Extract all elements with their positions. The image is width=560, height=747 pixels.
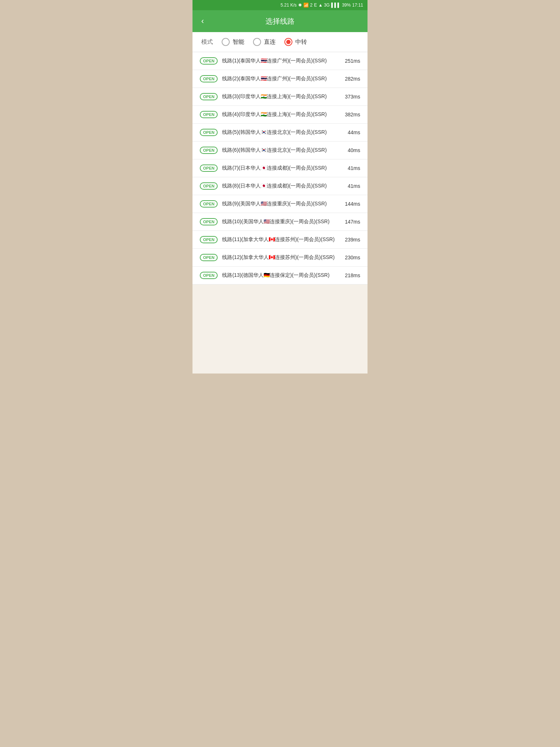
route-item-12[interactable]: OPEN线路(12)(加拿大华人🇨🇦连接苏州)(一周会员)(SSR)230ms bbox=[192, 249, 368, 267]
mode-smart-label: 智能 bbox=[233, 38, 244, 46]
route-latency-12: 230ms bbox=[342, 255, 360, 260]
route-latency-10: 147ms bbox=[342, 219, 360, 225]
mode-section: 模式 智能 直连 中转 bbox=[192, 32, 368, 52]
open-badge-5: OPEN bbox=[200, 129, 218, 136]
route-latency-6: 40ms bbox=[342, 147, 360, 153]
open-badge-12: OPEN bbox=[200, 254, 218, 261]
route-name-10: 线路(10)(美国华人🇺🇸连接重庆)(一周会员)(SSR) bbox=[222, 218, 338, 225]
open-badge-8: OPEN bbox=[200, 182, 218, 190]
mode-relay-label: 中转 bbox=[295, 38, 307, 46]
route-name-12: 线路(12)(加拿大华人🇨🇦连接苏州)(一周会员)(SSR) bbox=[222, 254, 338, 261]
radio-relay bbox=[284, 38, 292, 46]
route-name-3: 线路(3)(印度华人🇮🇳连接上海)(一周会员)(SSR) bbox=[222, 93, 338, 100]
route-item-6[interactable]: OPEN线路(6)(韩国华人🇰🇷连接北京)(一周会员)(SSR)40ms bbox=[192, 142, 368, 159]
status-battery: 39% bbox=[342, 3, 351, 8]
mode-option-relay[interactable]: 中转 bbox=[284, 38, 307, 46]
route-latency-13: 218ms bbox=[342, 272, 360, 278]
route-latency-2: 282ms bbox=[342, 76, 360, 82]
phone-container: 5.21 K/s ✱ 📶 2 E ▲ 3G ▌▌▌ 39% 17:11 ‹ 选择… bbox=[192, 0, 368, 374]
route-latency-4: 382ms bbox=[342, 112, 360, 117]
route-latency-1: 251ms bbox=[342, 58, 360, 64]
route-name-2: 线路(2)(泰国华人🇹🇭连接广州)(一周会员)(SSR) bbox=[222, 75, 338, 82]
route-latency-8: 41ms bbox=[342, 183, 360, 189]
route-latency-5: 44ms bbox=[342, 129, 360, 135]
route-item-13[interactable]: OPEN线路(13)(德国华人🇩🇪连接保定)(一周会员)(SSR)218ms bbox=[192, 267, 368, 285]
route-latency-7: 41ms bbox=[342, 165, 360, 171]
mode-options: 智能 直连 中转 bbox=[222, 38, 307, 46]
page-title: 选择线路 bbox=[265, 16, 295, 26]
route-item-9[interactable]: OPEN线路(9)(美国华人🇺🇸连接重庆)(一周会员)(SSR)144ms bbox=[192, 195, 368, 213]
route-item-7[interactable]: OPEN线路(7)(日本华人🇯🇵连接成都)(一周会员)(SSR)41ms bbox=[192, 159, 368, 177]
open-badge-2: OPEN bbox=[200, 75, 218, 82]
mode-option-direct[interactable]: 直连 bbox=[253, 38, 276, 46]
open-badge-1: OPEN bbox=[200, 57, 218, 65]
status-sim: 2 bbox=[310, 3, 313, 8]
status-bar: 5.21 K/s ✱ 📶 2 E ▲ 3G ▌▌▌ 39% 17:11 bbox=[192, 0, 368, 10]
route-name-1: 线路(1)(泰国华人🇹🇭连接广州)(一周会员)(SSR) bbox=[222, 57, 338, 65]
status-e: E bbox=[314, 3, 317, 8]
route-name-13: 线路(13)(德国华人🇩🇪连接保定)(一周会员)(SSR) bbox=[222, 272, 338, 279]
route-item-10[interactable]: OPEN线路(10)(美国华人🇺🇸连接重庆)(一周会员)(SSR)147ms bbox=[192, 213, 368, 231]
status-time: 17:11 bbox=[352, 3, 363, 8]
route-item-2[interactable]: OPEN线路(2)(泰国华人🇹🇭连接广州)(一周会员)(SSR)282ms bbox=[192, 70, 368, 88]
route-name-11: 线路(11)(加拿大华人🇨🇦连接苏州)(一周会员)(SSR) bbox=[222, 236, 338, 243]
radio-relay-inner bbox=[286, 40, 291, 44]
status-wifi: 📶 bbox=[303, 3, 309, 8]
radio-smart bbox=[222, 38, 230, 46]
open-badge-7: OPEN bbox=[200, 165, 218, 172]
route-name-9: 线路(9)(美国华人🇺🇸连接重庆)(一周会员)(SSR) bbox=[222, 200, 338, 208]
open-badge-4: OPEN bbox=[200, 111, 218, 118]
route-name-8: 线路(8)(日本华人🇯🇵连接成都)(一周会员)(SSR) bbox=[222, 182, 338, 190]
status-bars: ▌▌▌ bbox=[331, 3, 341, 8]
status-bt: ✱ bbox=[298, 3, 302, 8]
route-item-3[interactable]: OPEN线路(3)(印度华人🇮🇳连接上海)(一周会员)(SSR)373ms bbox=[192, 88, 368, 106]
route-name-5: 线路(5)(韩国华人🇰🇷连接北京)(一周会员)(SSR) bbox=[222, 129, 338, 136]
open-badge-3: OPEN bbox=[200, 93, 218, 100]
route-name-6: 线路(6)(韩国华人🇰🇷连接北京)(一周会员)(SSR) bbox=[222, 147, 338, 154]
route-name-4: 线路(4)(印度华人🇮🇳连接上海)(一周会员)(SSR) bbox=[222, 111, 338, 118]
open-badge-11: OPEN bbox=[200, 236, 218, 243]
route-item-8[interactable]: OPEN线路(8)(日本华人🇯🇵连接成都)(一周会员)(SSR)41ms bbox=[192, 177, 368, 195]
open-badge-10: OPEN bbox=[200, 218, 218, 225]
open-badge-13: OPEN bbox=[200, 272, 218, 279]
open-badge-9: OPEN bbox=[200, 200, 218, 208]
status-signal: ▲ 3G bbox=[318, 3, 330, 8]
mode-direct-label: 直连 bbox=[264, 38, 276, 46]
route-item-4[interactable]: OPEN线路(4)(印度华人🇮🇳连接上海)(一周会员)(SSR)382ms bbox=[192, 106, 368, 124]
radio-direct bbox=[253, 38, 261, 46]
open-badge-6: OPEN bbox=[200, 147, 218, 154]
mode-option-smart[interactable]: 智能 bbox=[222, 38, 244, 46]
status-speed: 5.21 K/s bbox=[280, 3, 296, 8]
route-latency-3: 373ms bbox=[342, 94, 360, 100]
back-button[interactable]: ‹ bbox=[198, 15, 207, 27]
route-item-11[interactable]: OPEN线路(11)(加拿大华人🇨🇦连接苏州)(一周会员)(SSR)239ms bbox=[192, 231, 368, 249]
route-latency-11: 239ms bbox=[342, 237, 360, 243]
route-list: OPEN线路(1)(泰国华人🇹🇭连接广州)(一周会员)(SSR)251msOPE… bbox=[192, 52, 368, 285]
route-item-5[interactable]: OPEN线路(5)(韩国华人🇰🇷连接北京)(一周会员)(SSR)44ms bbox=[192, 124, 368, 142]
route-latency-9: 144ms bbox=[342, 201, 360, 207]
header: ‹ 选择线路 bbox=[192, 10, 368, 32]
route-item-1[interactable]: OPEN线路(1)(泰国华人🇹🇭连接广州)(一周会员)(SSR)251ms bbox=[192, 52, 368, 70]
route-name-7: 线路(7)(日本华人🇯🇵连接成都)(一周会员)(SSR) bbox=[222, 165, 338, 172]
mode-label: 模式 bbox=[201, 38, 213, 46]
